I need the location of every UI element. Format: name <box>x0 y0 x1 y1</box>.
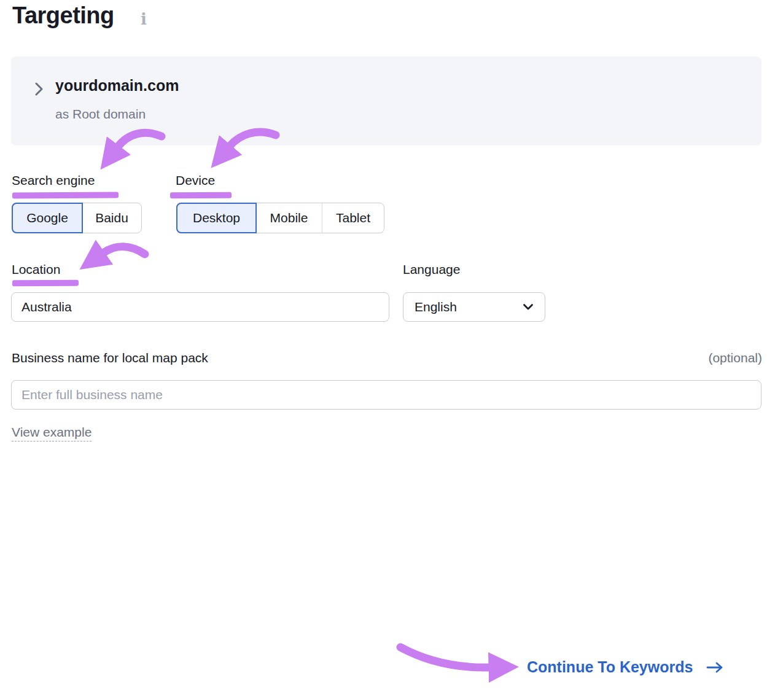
info-icon[interactable]: i <box>141 10 147 29</box>
continue-to-keywords-button[interactable]: Continue To Keywords <box>527 658 724 676</box>
language-label: Language <box>403 262 460 277</box>
arrow-to-location <box>103 247 145 254</box>
device-option-mobile[interactable]: Mobile <box>256 203 322 233</box>
domain-scope: as Root domain <box>55 107 146 122</box>
location-highlight <box>12 280 79 287</box>
device-segmented-control: Desktop Mobile Tablet <box>176 203 384 233</box>
device-option-desktop[interactable]: Desktop <box>177 203 256 233</box>
optional-note: (optional) <box>708 351 762 365</box>
device-highlight <box>170 192 232 199</box>
device-label: Device <box>176 173 215 188</box>
chevron-right-icon[interactable] <box>34 82 44 99</box>
business-name-input[interactable] <box>11 380 761 410</box>
location-input[interactable] <box>11 292 389 322</box>
continue-label: Continue To Keywords <box>527 658 693 676</box>
arrow-right-icon <box>706 661 724 674</box>
device-option-tablet[interactable]: Tablet <box>322 203 384 233</box>
search-engine-option-baidu[interactable]: Baidu <box>82 203 141 233</box>
language-value: English <box>415 300 457 314</box>
language-select[interactable]: English <box>403 292 545 322</box>
domain-panel: yourdomain.com as Root domain <box>11 56 761 146</box>
chevron-down-icon <box>523 303 534 311</box>
target-domain: yourdomain.com <box>55 77 179 95</box>
search-engine-label: Search engine <box>12 173 95 188</box>
business-name-label: Business name for local map pack <box>12 351 208 365</box>
page-title: Targeting <box>12 2 114 29</box>
arrow-to-continue <box>400 647 490 667</box>
location-label: Location <box>12 262 60 277</box>
search-engine-segmented-control: Google Baidu <box>12 203 142 233</box>
search-engine-highlight <box>12 192 119 198</box>
search-engine-option-google[interactable]: Google <box>12 203 82 233</box>
view-example-link[interactable]: View example <box>12 425 92 441</box>
